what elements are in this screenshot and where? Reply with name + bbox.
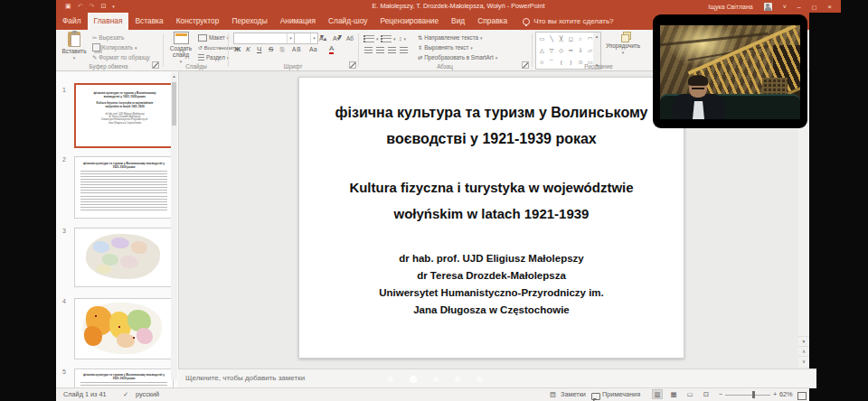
start-slideshow-icon[interactable]: ⊡ — [100, 3, 106, 10]
numbering-button[interactable]: ▾ — [381, 33, 396, 43]
shape-diamond-icon[interactable]: ◇ — [559, 48, 563, 53]
shape-arrow-right-icon[interactable]: ⇨ — [569, 48, 573, 53]
restore-button[interactable]: ▢ — [812, 4, 817, 10]
text-shadow-button[interactable]: S — [279, 44, 284, 54]
clear-formatting-button[interactable]: Аб — [346, 33, 354, 43]
notes-toggle-label[interactable]: Заметки — [561, 388, 586, 401]
reset-button[interactable]: ↺ Восстановить — [198, 42, 238, 52]
line-spacing-button[interactable]: ↕ ▾ — [399, 33, 406, 43]
text-direction-button[interactable]: ⇅ Направление текста ▾ — [418, 33, 483, 42]
qat-customize-icon[interactable]: ▾ — [112, 4, 115, 9]
shape-circle-icon[interactable]: ○ — [579, 36, 582, 42]
font-dialog-launcher[interactable] — [349, 61, 356, 69]
zoom-slider-thumb[interactable] — [752, 391, 755, 398]
minimize-button[interactable]: – — [797, 4, 801, 10]
font-name-combo[interactable]: ▾ — [233, 33, 295, 44]
font-color-button[interactable]: А — [329, 44, 334, 54]
tab-design[interactable]: Конструктор — [170, 13, 226, 30]
clipboard-dialog-launcher[interactable] — [152, 61, 159, 69]
thumbnail-scrollbar[interactable]: ▴ — [171, 72, 177, 379]
zoom-out-button[interactable]: − — [719, 388, 722, 401]
save-icon[interactable]: ▣ — [65, 3, 71, 10]
strikethrough-button[interactable]: S — [269, 44, 273, 54]
bullets-button[interactable]: ▾ — [363, 33, 379, 43]
shape-rect-icon[interactable]: ▭ — [539, 36, 544, 42]
new-slide-button[interactable]: Создать слайд ▾ — [165, 32, 196, 68]
reading-view-button[interactable]: ▭ — [685, 390, 694, 398]
change-case-button[interactable]: Аа — [309, 44, 317, 54]
align-left-button[interactable] — [364, 47, 373, 53]
shapes-scroll-up-icon[interactable]: ▴ — [596, 33, 599, 39]
paragraph-dialog-launcher[interactable] — [522, 61, 529, 69]
shape-triangle-down-icon[interactable]: ▽ — [550, 48, 554, 53]
underline-button[interactable]: Ч — [257, 44, 261, 54]
account-name[interactable]: Іщука Світлана — [708, 4, 752, 10]
slide-thumbnail-5[interactable]: фізична культура та туризм у Волинському… — [74, 368, 174, 387]
arrange-button[interactable]: Упорядочить ▾ — [602, 32, 644, 68]
thumb-scrollbar-thumb[interactable] — [172, 82, 176, 126]
webcam-overlay[interactable] — [653, 14, 807, 128]
normal-view-button[interactable]: ▥ — [653, 390, 662, 398]
tab-home[interactable]: Главная — [88, 13, 129, 30]
avatar[interactable] — [764, 3, 772, 11]
align-center-button[interactable] — [376, 47, 384, 53]
tab-review[interactable]: Рецензирование — [373, 13, 445, 30]
tab-view[interactable]: Вид — [445, 13, 471, 30]
slide-thumbnail-2[interactable]: фізична культура та туризм у Волинському… — [74, 156, 174, 219]
convert-smartart-button[interactable]: ⇄ Преобразовать в SmartArt ▾ — [418, 52, 497, 62]
zoom-slider-track[interactable] — [725, 395, 770, 396]
shape-arc-icon[interactable]: ◠ — [588, 36, 592, 42]
slide-authors-block[interactable]: dr hab. prof. UJD Eligiusz Małolepszy dr… — [299, 250, 684, 319]
copy-button[interactable]: Копировать ▾ — [92, 42, 137, 52]
layout-button[interactable]: Макет ▾ — [198, 33, 229, 42]
close-button[interactable]: × — [827, 3, 832, 11]
tell-me-search[interactable]: Что вы хотите сделать? — [523, 13, 613, 30]
spellcheck-icon[interactable]: ✓ — [123, 388, 128, 401]
shape-triangle-icon[interactable]: △ — [540, 48, 544, 53]
language-indicator[interactable]: русский — [136, 388, 159, 401]
section-button[interactable]: Раздел ▾ — [198, 52, 229, 62]
notes-pane[interactable]: Щелкните, чтобы добавить заметки — [178, 368, 816, 388]
shape-arrow-down-icon[interactable]: ⇩ — [578, 48, 582, 53]
italic-button[interactable]: К — [246, 44, 250, 54]
tab-slideshow[interactable]: Слайд-шоу — [322, 13, 373, 30]
redo-icon[interactable]: ↷ — [90, 3, 95, 10]
cut-button[interactable]: ✂ Вырезать — [92, 33, 124, 42]
slide-thumbnail-1[interactable]: фізична культура та туризм у Волинському… — [74, 83, 175, 148]
align-right-button[interactable] — [388, 47, 396, 53]
align-text-button[interactable]: ⇕ Выровнять текст ▾ — [418, 42, 473, 52]
slideshow-view-button[interactable]: ⊡ — [702, 390, 711, 398]
tab-file[interactable]: Файл — [56, 13, 88, 30]
font-size-combo[interactable]: ▾ — [294, 33, 318, 44]
undo-icon[interactable]: ↶ — [78, 3, 83, 10]
fit-slide-to-window-icon[interactable] — [797, 392, 807, 400]
paste-button[interactable]: Вставить ▾ — [60, 32, 89, 68]
justify-button[interactable] — [400, 47, 408, 53]
shape-square-icon[interactable]: ◻ — [569, 36, 573, 42]
slide-canvas[interactable]: фізична культура та туризм у Волинському… — [298, 77, 684, 359]
notes-toggle-icon[interactable]: ▤ — [550, 388, 556, 401]
tab-transitions[interactable]: Переходы — [225, 13, 273, 30]
next-slide-button[interactable]: ∨ — [798, 356, 809, 367]
thumb-scroll-up-icon[interactable]: ▴ — [171, 72, 177, 80]
new-slide-label: Создать слайд — [170, 45, 192, 58]
comments-icon[interactable] — [591, 393, 600, 400]
shape-line-icon[interactable]: ╲ — [550, 36, 553, 42]
slide-sorter-view-button[interactable]: ▦ — [669, 390, 678, 398]
slide-title-ukrainian[interactable]: фізична культура та туризм у Волинському… — [299, 99, 684, 152]
format-painter-button[interactable]: ✎ Формат по образцу — [92, 52, 150, 62]
ribbon-display-options-icon[interactable]: ˅ — [783, 4, 787, 10]
shape-cross-icon[interactable]: ╳ — [560, 36, 563, 42]
shape-parallelogram-icon[interactable]: ▱ — [588, 48, 592, 53]
comments-toggle-label[interactable]: Примечания — [602, 388, 640, 401]
slide-thumbnail-3[interactable] — [74, 228, 174, 287]
character-spacing-button[interactable]: АВ — [292, 44, 302, 54]
tab-help[interactable]: Справка — [471, 13, 514, 30]
zoom-in-button[interactable]: + — [773, 388, 777, 401]
tab-insert[interactable]: Вставка — [128, 13, 169, 30]
tab-animations[interactable]: Анимация — [274, 13, 322, 30]
slide-title-polish[interactable]: Kultura fizyczna i turystyka w województ… — [299, 174, 684, 227]
slide-thumbnail-4[interactable] — [74, 298, 174, 359]
bold-button[interactable]: Ж — [234, 44, 241, 54]
zoom-percentage[interactable]: 62% — [779, 388, 793, 401]
